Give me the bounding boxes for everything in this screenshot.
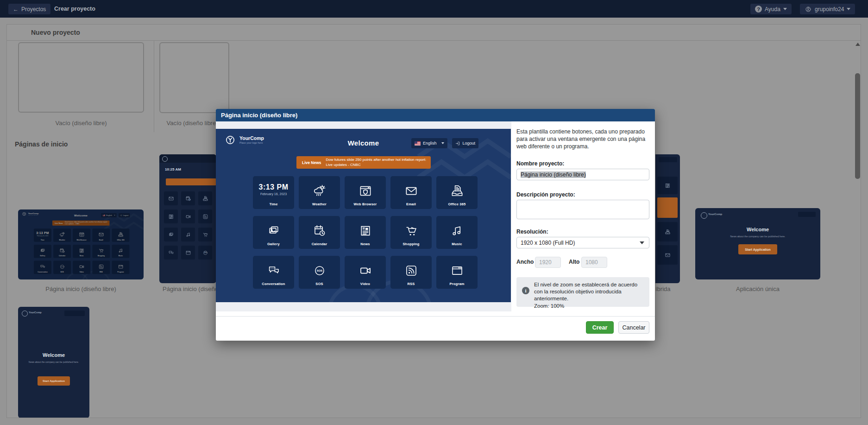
sos-icon	[313, 264, 327, 278]
program-icon	[185, 250, 191, 256]
tile-calendar: Calendar	[299, 216, 340, 249]
thumbnail-single-app-portrait[interactable]: YourComp Welcome News about the company …	[18, 307, 89, 418]
logout-label: Logout	[462, 141, 475, 146]
app-window: ← Proyectos Crear proyecto ? Ayuda grupo…	[0, 0, 868, 425]
project-name-input[interactable]: Página inicio (diseño libre)	[516, 169, 649, 180]
language-pill	[798, 212, 816, 217]
tile-label: Video	[360, 282, 370, 286]
back-button-label: Proyectos	[21, 6, 46, 13]
news-icon	[168, 214, 174, 220]
back-to-projects-button[interactable]: ← Proyectos	[8, 4, 50, 14]
modal-title-bar: Página inicio (diseño libre)	[216, 109, 655, 121]
tile-program: Program	[436, 256, 478, 289]
resolution-select[interactable]: 1920 x 1080 (Full HD)	[516, 237, 649, 248]
thumbnail-home-2[interactable]: 10:25 AM	[159, 154, 216, 283]
us-flag-icon	[415, 141, 421, 146]
user-menu-button[interactable]: grupoinfo24	[800, 4, 855, 14]
create-button[interactable]: Crear	[586, 321, 614, 334]
sos-icon	[202, 250, 208, 256]
tile-time: 3:13 PM February 16, 2023 Time	[253, 176, 294, 209]
tile-label: SOS	[315, 282, 323, 286]
chevron-down-icon	[783, 8, 787, 10]
modal-title: Página inicio (diseño libre)	[221, 112, 297, 119]
mini-tile	[198, 228, 212, 241]
chevron-down-icon	[640, 241, 644, 244]
gallery-icon	[168, 232, 174, 238]
resolution-value: 1920 x 1080 (Full HD)	[521, 240, 575, 246]
conversation-icon	[168, 250, 174, 256]
mini-tile	[181, 246, 195, 260]
user-icon	[805, 6, 812, 13]
tile-video: Video	[345, 256, 386, 289]
new-project-header: Nuevo proyecto	[7, 25, 861, 41]
brand-text: YourComp	[708, 213, 722, 216]
language-pill	[64, 311, 85, 316]
width-label: Ancho	[516, 259, 534, 265]
office-365-icon	[665, 229, 671, 235]
thumbnail-hybrid[interactable]	[655, 154, 680, 283]
modal-footer-divider	[216, 316, 655, 317]
mini-tile	[198, 191, 212, 205]
tile-label: Email	[406, 202, 416, 206]
back-arrow-icon: ←	[13, 6, 19, 13]
name-label: Nombre proyecto:	[516, 160, 564, 167]
template-preview-slot: YourComp Place your logo here Welcome En…	[216, 129, 511, 302]
project-description-input[interactable]	[516, 200, 649, 219]
template-card-empty-2-label: Vacío (diseño libre)	[163, 120, 222, 127]
template-preview-pane: YourComp Place your logo here Welcome En…	[216, 121, 511, 311]
tile-weather: Weather	[299, 176, 340, 209]
user-menu-label: grupoinfo24	[815, 6, 844, 13]
template-card-empty-1-label: Vacío (diseño libre)	[18, 120, 144, 127]
grid-divider	[154, 40, 154, 132]
scrollbar-up-arrow[interactable]	[855, 43, 860, 46]
thumbnail-single-app[interactable]: YourComp Welcome News about the company …	[695, 208, 820, 279]
program-icon	[450, 264, 464, 278]
mini-tile	[657, 177, 678, 194]
zoom-value: Zoom: 100%	[534, 303, 564, 309]
tile-sos: SOS	[299, 256, 340, 289]
mini-tile	[657, 245, 678, 265]
thumbnail-header	[159, 154, 216, 163]
thumbnail-home-free[interactable]: YourComp Place your logo here Welcome En…	[18, 209, 144, 279]
tile-news: News	[345, 216, 386, 249]
thumbnail-time: 10:25 AM	[165, 167, 181, 171]
tile-label: Office 365	[448, 202, 466, 206]
thumbnail-single-app-label: Aplicación única	[695, 285, 820, 292]
shopping-icon	[404, 224, 418, 238]
mini-tile	[164, 209, 178, 223]
tile-label: Music	[452, 242, 462, 246]
rss-icon	[202, 214, 208, 220]
project-form: Esta plantilla contiene botones, cada un…	[516, 121, 649, 311]
office-365-icon	[450, 184, 464, 198]
help-button[interactable]: ? Ayuda	[750, 4, 792, 14]
calendar-icon	[313, 224, 327, 238]
mini-tile	[164, 228, 178, 241]
logout-icon	[455, 141, 460, 146]
mini-welcome-title: Welcome	[695, 227, 820, 232]
modal-footer: Crear Cancelar	[216, 321, 649, 335]
tile-shopping: Shopping	[390, 216, 432, 249]
video-icon	[185, 214, 191, 220]
zoom-note: El nivel de zoom se establecerá de acuer…	[534, 282, 637, 301]
video-icon	[359, 264, 372, 278]
clock-time: 3:13 PM	[259, 183, 289, 191]
start-application-button: Start Application	[38, 376, 70, 386]
tile-label: Time	[269, 202, 277, 206]
logo-icon	[162, 156, 168, 162]
mini-tile	[164, 246, 178, 260]
template-description: Esta plantilla contiene botones, cada un…	[516, 128, 649, 151]
weather-icon	[313, 184, 327, 198]
tile-music: Music	[436, 216, 478, 249]
tile-gallery: Gallery	[253, 216, 294, 249]
template-preview-screen: YourComp Place your logo here Welcome En…	[216, 129, 511, 302]
start-application-button: Start Application	[738, 244, 777, 254]
tile-conversation: Conversation	[253, 256, 294, 289]
template-card-empty-2[interactable]	[159, 42, 229, 113]
cancel-button[interactable]: Cancelar	[618, 321, 649, 334]
template-card-empty-1[interactable]	[18, 42, 144, 113]
scrollbar-thumb[interactable]	[855, 73, 860, 179]
tile-email: Email	[390, 176, 432, 209]
rss-icon	[404, 264, 418, 278]
tile-label: News	[360, 242, 370, 246]
live-news-ticker: Live News Dow futures slide 250 points a…	[296, 156, 431, 169]
